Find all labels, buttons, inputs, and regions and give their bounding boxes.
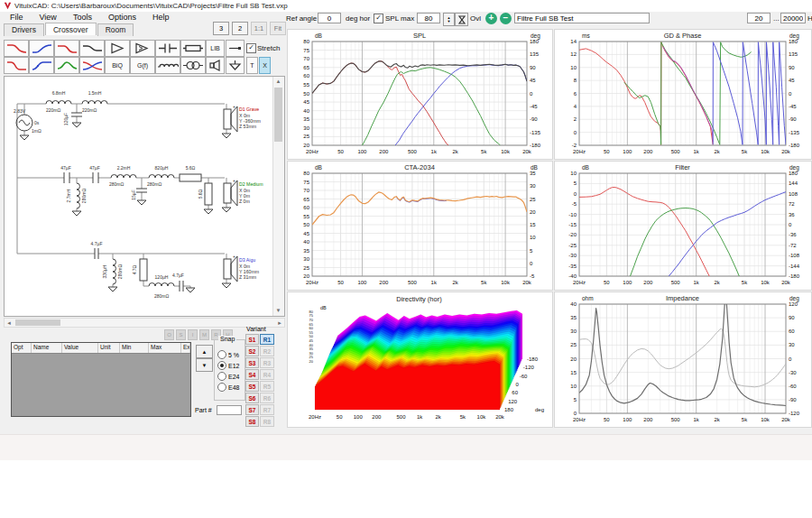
project-name-input[interactable] — [514, 13, 650, 23]
chart-spl[interactable]: dBdegSPL20253035404550556065707580-180-1… — [287, 29, 553, 160]
menu-item-help[interactable]: Help — [144, 12, 178, 23]
left-axis-unit: dB — [582, 164, 589, 171]
variant-r7[interactable]: R7 — [260, 404, 274, 415]
gain-block-button[interactable]: G(f) — [130, 57, 155, 74]
svg-text:2k: 2k — [435, 414, 441, 420]
variant-s5[interactable]: S5 — [245, 381, 259, 392]
ref-angle-input[interactable] — [318, 13, 341, 23]
inductor-tool-button[interactable] — [155, 57, 180, 74]
part-number-input[interactable] — [217, 405, 242, 415]
row-down-button[interactable]: ▼ — [196, 358, 213, 372]
variant-r1[interactable]: R1 — [260, 334, 274, 345]
optimizer-button-o[interactable]: O — [164, 329, 174, 340]
spl-max-spinner[interactable]: ▲▼ — [443, 13, 455, 26]
scroll-up-icon[interactable]: ▲ — [273, 77, 283, 87]
optimizer-table[interactable]: OptNameValueUnitMinMaxExpression — [11, 342, 191, 417]
view-button-11[interactable]: 1:1 — [251, 22, 267, 35]
overlay-remove-button[interactable]: − — [500, 13, 512, 24]
shelf-tool-button[interactable] — [79, 40, 105, 57]
optimizer-button-m[interactable]: M — [199, 329, 209, 340]
svg-text:-30: -30 — [568, 253, 577, 258]
resistor-tool-button[interactable] — [180, 40, 206, 57]
view-button-3[interactable]: 3 — [213, 22, 229, 35]
scroll-down-icon[interactable]: ▼ — [273, 306, 283, 316]
speaker-tool-button[interactable] — [206, 57, 225, 74]
menu-item-options[interactable]: Options — [100, 12, 144, 23]
chart-filter[interactable]: dBdegFilter-40-35-30-25-20-15-10-50510-1… — [554, 161, 812, 291]
variant-r3[interactable]: R3 — [260, 357, 274, 368]
text-tool-button[interactable]: T — [246, 57, 258, 74]
freq-max-input[interactable] — [780, 13, 806, 23]
amplifier-tool-button[interactable] — [105, 40, 130, 57]
highpass2-curve-icon — [31, 60, 52, 71]
svg-text:144: 144 — [789, 180, 798, 186]
capacitor-tool-button[interactable] — [155, 40, 180, 57]
svg-text:-30: -30 — [789, 370, 797, 375]
overlay-add-button[interactable]: + — [485, 13, 497, 24]
snap-option-E12[interactable]: E12 — [217, 361, 239, 370]
lowpass-tool-button[interactable] — [4, 40, 29, 57]
chart-cta-2034[interactable]: dBdBCTA-203420253035404550556065707580-5… — [287, 161, 553, 291]
svg-text:135: 135 — [530, 51, 540, 57]
vscroll-thumb[interactable] — [274, 88, 282, 142]
svg-text:30: 30 — [530, 183, 536, 189]
variant-s6[interactable]: S6 — [245, 393, 259, 403]
stretch-checkbox[interactable]: ✓ — [246, 43, 256, 53]
bandpass-tool-button[interactable] — [54, 40, 79, 57]
snap-option-E48[interactable]: E48 — [217, 383, 239, 392]
window-title: VituixCAD: C:\Users\Barbaroux\Documents\… — [14, 2, 288, 10]
optimizer-button-i[interactable]: I — [188, 329, 198, 340]
tab-crossover[interactable]: Crossover — [45, 23, 97, 35]
biquad-button[interactable]: BiQ — [105, 57, 130, 74]
freq-min-input[interactable] — [747, 13, 770, 23]
chart-impedance[interactable]: ohmdegImpedance0510152025303540-120-90-6… — [554, 291, 812, 428]
ground-tool-button[interactable] — [226, 57, 245, 74]
schematic-hscrollbar[interactable]: ◂ ▸ — [4, 318, 285, 328]
highpass2-tool-button[interactable] — [29, 57, 54, 74]
optimizer-column-name: Name — [32, 343, 62, 353]
buffer-tool-button[interactable] — [130, 40, 155, 57]
snap-option-5[interactable]: 5 % — [217, 350, 239, 359]
view-button-2[interactable]: 2 — [232, 22, 248, 35]
svg-text:100: 100 — [357, 280, 367, 285]
snap-option-E24[interactable]: E24 — [217, 372, 239, 381]
variant-r8[interactable]: R8 — [260, 416, 274, 427]
variant-r2[interactable]: R2 — [260, 346, 274, 356]
delete-tool-button[interactable]: X — [259, 57, 271, 74]
tab-room[interactable]: Room — [97, 23, 134, 36]
scroll-right-icon[interactable]: ▸ — [275, 319, 284, 327]
library-button[interactable]: LIB — [206, 40, 225, 57]
variant-r4[interactable]: R4 — [260, 369, 274, 380]
menu-item-file[interactable]: File — [2, 12, 32, 23]
schematic-vscrollbar[interactable]: ▲ ▼ — [272, 77, 284, 316]
variant-r5[interactable]: R5 — [260, 381, 274, 392]
scroll-left-icon[interactable]: ◂ — [5, 319, 14, 327]
chart-directivity[interactable]: Directivity (hor)20Hz501002005001k2k5k10… — [287, 291, 553, 428]
variant-r6[interactable]: R6 — [260, 393, 274, 403]
variant-s2[interactable]: S2 — [245, 346, 259, 356]
highpass-tool-button[interactable] — [29, 40, 54, 57]
schematic-canvas: 2.83V 0s 1mΩ 6.8mH 220mΩ 120µF 1.5mH 220… — [5, 77, 273, 315]
variant-s8[interactable]: S8 — [245, 416, 259, 427]
optimizer-button-s[interactable]: S — [176, 329, 186, 340]
schematic-editor[interactable]: 2.83V 0s 1mΩ 6.8mH 220mΩ 120µF 1.5mH 220… — [4, 76, 285, 317]
spl-max-input[interactable] — [417, 13, 440, 23]
spl-max-checkbox[interactable]: ✓ — [374, 14, 383, 23]
hscroll-thumb[interactable] — [15, 319, 60, 326]
view-button-Fit[interactable]: Fit — [270, 22, 286, 35]
freq-separator: ... — [773, 14, 780, 23]
variant-s1[interactable]: S1 — [245, 334, 259, 345]
wire-tool-button[interactable] — [226, 40, 245, 57]
hourglass-button[interactable] — [455, 13, 468, 26]
variant-s7[interactable]: S7 — [245, 404, 259, 415]
variant-s3[interactable]: S3 — [245, 357, 259, 368]
lowpass2-tool-button[interactable] — [4, 57, 29, 74]
row-up-button[interactable]: ▲ — [196, 345, 213, 358]
transformer-tool-button[interactable] — [180, 57, 206, 74]
chart-gd-phase[interactable]: msdegGD & Phase-202468101214-180-135-90-… — [554, 29, 812, 160]
allpass-tool-button[interactable] — [54, 57, 79, 74]
tab-drivers[interactable]: Drivers — [4, 23, 44, 36]
b3-l1-label: 330µH — [102, 264, 107, 278]
variant-s4[interactable]: S4 — [245, 369, 259, 380]
crossover-tool-button[interactable] — [79, 57, 105, 74]
